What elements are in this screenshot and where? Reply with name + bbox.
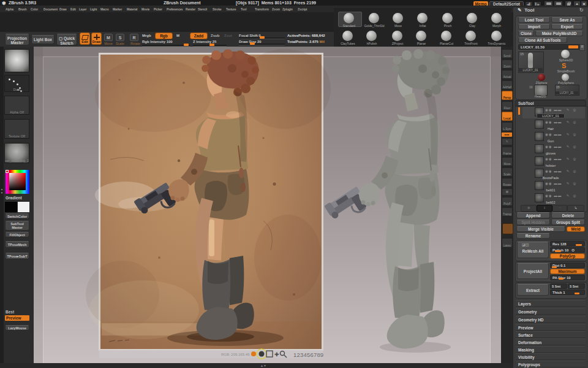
- svg-text:RGB: 209.165.49: RGB: 209.165.49: [221, 353, 250, 356]
- svg-text:123456789: 123456789: [293, 351, 323, 358]
- svg-text:✚: ✚: [274, 351, 279, 358]
